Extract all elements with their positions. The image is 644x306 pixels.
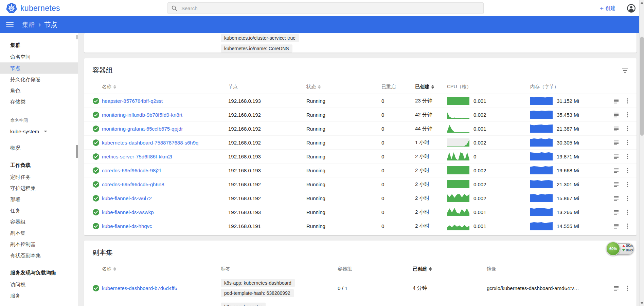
pod-status: Running [306, 98, 381, 104]
create-button[interactable]: + 创建 [600, 5, 615, 12]
pod-name-link[interactable]: heapster-8576784bff-q2sst [102, 98, 163, 104]
pod-name-link[interactable]: metrics-server-75d6ff86f-kkm2l [102, 154, 172, 159]
scroll-down-arrow-icon[interactable] [641, 302, 643, 304]
memory-value: 13.266 Mi [557, 209, 579, 215]
logs-icon[interactable] [613, 140, 619, 146]
table-row[interactable]: kube-flannel-ds-wswkp 192.168.0.193 Runn… [84, 205, 637, 219]
column-header-label: 容器组 [338, 266, 352, 272]
logs-icon[interactable] [613, 209, 619, 215]
scroll-up-arrow-icon[interactable] [641, 2, 643, 4]
pod-name-link[interactable]: kube-flannel-ds-w6l72 [102, 195, 152, 201]
pod-name-link[interactable]: monitoring-grafana-65ccfb675-qpjdr [102, 126, 183, 132]
kebab-menu-icon[interactable] [627, 195, 628, 202]
column-header[interactable]: 状态 [306, 84, 381, 90]
table-row[interactable]: heapster-8576784bff-q2sst 192.168.0.193 … [84, 94, 637, 108]
table-row[interactable]: kube-flannel-ds-hhqvc 192.168.0.191 Runn… [84, 219, 637, 233]
pod-created: 2 小时 [415, 153, 447, 160]
pod-name-link[interactable]: kube-flannel-ds-wswkp [102, 209, 154, 215]
sidebar-item-services[interactable]: 服务 [0, 290, 78, 301]
pod-name-link[interactable]: coredns-695f96dcd5-gh6n8 [102, 181, 164, 187]
scrollbar-thumb[interactable] [640, 37, 644, 136]
table-row[interactable]: heapster-8576784bff k8s-app: heapsterpod… [84, 300, 637, 306]
sidebar-item-replication-controllers[interactable]: 副本控制器 [0, 238, 78, 250]
logs-icon[interactable] [613, 112, 619, 118]
breadcrumb-cluster[interactable]: 集群 [22, 20, 35, 29]
column-header[interactable]: 已创建 [413, 266, 487, 272]
logs-icon[interactable] [613, 98, 619, 104]
sidebar-item-overview[interactable]: 概况 [0, 142, 78, 153]
sidebar-item-storage-classes[interactable]: 存储类 [0, 96, 78, 107]
table-row[interactable]: metrics-server-75d6ff86f-kkm2l 192.168.0… [84, 150, 637, 164]
sidebar-item-cron-jobs[interactable]: 定时任务 [0, 171, 78, 183]
replica-set-name-link[interactable]: kubernetes-dashboard-b7d6d4ff6 [102, 285, 177, 291]
sidebar-section-header: 服务发现与负载均衡 [0, 261, 78, 279]
sidebar-item-jobs[interactable]: 任务 [0, 205, 78, 216]
kebab-menu-icon[interactable] [627, 112, 628, 118]
kebab-menu-icon[interactable] [627, 181, 628, 188]
kebab-menu-icon[interactable] [627, 285, 628, 291]
sort-arrows-icon [318, 85, 321, 89]
search-input[interactable] [181, 5, 480, 11]
logs-icon[interactable] [613, 181, 619, 187]
pod-name-link[interactable]: kube-flannel-ds-hhqvc [102, 223, 152, 229]
search-icon [171, 5, 177, 11]
menu-icon[interactable] [6, 22, 14, 27]
kebab-menu-icon[interactable] [627, 98, 628, 104]
logs-icon[interactable] [613, 285, 619, 291]
pod-restarts: 0 [381, 126, 415, 132]
filter-icon[interactable] [622, 68, 628, 73]
kebab-menu-icon[interactable] [627, 153, 628, 160]
sidebar-item-persistent-volumes[interactable]: 持久化存储卷 [0, 74, 78, 85]
network-speed-widget[interactable]: 60% 0K/s 0K/s [606, 242, 635, 257]
column-header: 容器组 [338, 266, 413, 272]
column-header[interactable]: 已创建 [415, 84, 447, 90]
sidebar-item-pods[interactable]: 容器组 [0, 216, 78, 227]
kebab-menu-icon[interactable] [627, 126, 628, 132]
chevron-down-icon [44, 131, 47, 132]
column-header[interactable]: 名称 [102, 266, 221, 272]
pod-restarts: 0 [381, 181, 415, 187]
sort-arrows-icon [429, 267, 432, 271]
download-arrow-icon [622, 249, 625, 251]
page-scrollbar[interactable] [639, 0, 644, 306]
cpu-value: 0.001 [473, 98, 486, 104]
table-row[interactable]: kubernetes-dashboard-b7d6d4ff6 k8s-app: … [84, 276, 637, 300]
table-row[interactable]: kube-flannel-ds-w6l72 192.168.0.192 Runn… [84, 191, 637, 205]
pod-name-link[interactable]: monitoring-influxdb-9b78f5fd9-kn8rt [102, 112, 182, 118]
sidebar-item-stateful-sets[interactable]: 有状态副本集 [0, 250, 78, 261]
status-ok-icon [92, 195, 100, 202]
pod-name-link[interactable]: kubernetes-dashboard-7588787688-s6h9q [102, 140, 198, 146]
kebab-menu-icon[interactable] [627, 139, 628, 146]
column-header-label: 已重启 [381, 84, 396, 90]
table-row[interactable]: coredns-695f96dcd5-gh6n8 192.168.0.192 R… [84, 177, 637, 191]
logs-icon[interactable] [613, 154, 619, 159]
sidebar-scrollbar[interactable] [75, 33, 78, 306]
search-bar[interactable] [167, 2, 484, 14]
gauge-percent: 60% [609, 247, 617, 251]
sidebar-item-deployments[interactable]: 部署 [0, 194, 78, 205]
kebab-menu-icon[interactable] [627, 209, 628, 215]
sidebar-item-namespaces[interactable]: 命名空间 [0, 51, 78, 62]
table-row[interactable]: kubernetes-dashboard-7588787688-s6h9q 19… [84, 136, 637, 150]
kebab-menu-icon[interactable] [627, 167, 628, 174]
logs-icon[interactable] [613, 195, 619, 201]
download-rate: 0K/s [626, 249, 633, 252]
sidebar-item-ingresses[interactable]: 访问权 [0, 279, 78, 290]
kebab-menu-icon[interactable] [627, 223, 628, 229]
column-header[interactable]: 名称 [102, 84, 228, 90]
table-row[interactable]: monitoring-influxdb-9b78f5fd9-kn8rt 192.… [84, 108, 637, 122]
logs-icon[interactable] [613, 168, 619, 173]
pod-restarts: 0 [381, 140, 415, 146]
logs-icon[interactable] [613, 126, 619, 132]
namespace-selector[interactable]: kube-system [0, 126, 78, 137]
account-icon[interactable] [627, 4, 636, 13]
sidebar-item-nodes[interactable]: 节点 [0, 62, 78, 74]
table-row[interactable]: monitoring-grafana-65ccfb675-qpjdr 192.1… [84, 122, 637, 136]
sidebar-item-daemon-sets[interactable]: 守护进程集 [0, 183, 78, 194]
table-row[interactable]: coredns-695f96dcd5-98j2l 192.168.0.193 R… [84, 164, 637, 177]
status-ok-icon [92, 97, 100, 104]
pod-name-link[interactable]: coredns-695f96dcd5-98j2l [102, 168, 161, 173]
sidebar-item-roles[interactable]: 角色 [0, 85, 78, 96]
logs-icon[interactable] [613, 223, 619, 229]
sidebar-item-replica-sets[interactable]: 副本集 [0, 227, 78, 238]
